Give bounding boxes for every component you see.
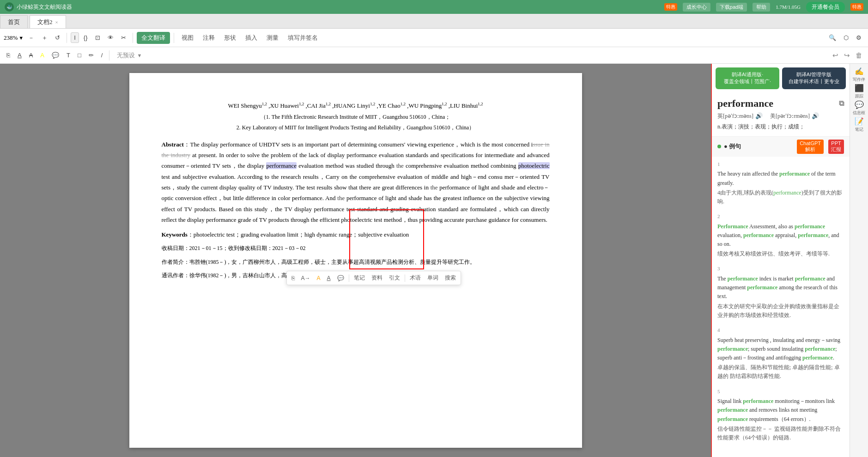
example-2: 2 Performance Assessment, also as perfor…	[717, 213, 844, 258]
phonetic-us[interactable]: 美[pərˈfɔːrməns] 🔊	[770, 112, 819, 120]
highlight-color-btn[interactable]: A	[37, 50, 47, 60]
clear-btn[interactable]: 🗑	[854, 50, 864, 60]
float-term-label: 术语	[408, 273, 423, 283]
speaker-us-icon[interactable]: 🔊	[812, 112, 819, 120]
sep2	[133, 33, 133, 43]
green-dot-icon	[717, 145, 721, 148]
dict-header: performance ⧉ 英[pəˈfɔːməns] 🔊 美[pərˈfɔːr…	[712, 93, 850, 137]
eye-tool[interactable]: 👁	[105, 33, 116, 43]
view-nav-btn[interactable]: 视图	[178, 33, 197, 43]
vip-badge: 特惠	[664, 3, 677, 11]
search-btn[interactable]: 🔍	[826, 33, 839, 43]
affiliation1: （1. The Fifth Electronic Research Instit…	[162, 113, 550, 122]
sep1	[67, 33, 67, 43]
reset-btn[interactable]: ↺	[52, 33, 63, 43]
fit-tool[interactable]: ⊡	[92, 33, 103, 43]
download-pad-btn[interactable]: 下载pad端	[716, 3, 747, 12]
float-copy-btn[interactable]: ⎘	[290, 274, 297, 282]
insert-nav-btn[interactable]: 插入	[242, 33, 261, 43]
floating-toolbar[interactable]: ⎘ A→ A A 💬 笔记 资料 引文 术语 单词 搜索	[286, 271, 461, 285]
float-sep2	[405, 274, 405, 282]
undo-redo-group: ↩ ↪ 🗑	[831, 50, 864, 61]
pdf-area[interactable]: WEI Shengyu1,2 ,XU Huawei1,2 ,CAI Jia1,2…	[0, 64, 711, 457]
comment-btn[interactable]: 💬	[49, 50, 62, 60]
ai-general-btn[interactable]: 鹞译AI通用版· 覆盖全领域丨范围广·	[716, 67, 779, 89]
float-cite-btn[interactable]: 引文	[387, 273, 402, 283]
settings-btn[interactable]: ⚙	[853, 33, 864, 43]
zoom-dropdown-icon[interactable]: ▼	[18, 35, 24, 41]
float-material-btn[interactable]: 资料	[370, 273, 384, 283]
float-color-btn[interactable]: A	[315, 274, 322, 282]
authors: WEI Shengyu1,2 ,XU Huawei1,2 ,CAI Jia1,2…	[162, 101, 550, 111]
zoom-out-btn[interactable]: －	[25, 32, 37, 43]
sep3	[174, 33, 174, 43]
fill-sign-nav-btn[interactable]: 填写并签名	[284, 33, 322, 43]
eraser-btn[interactable]: /	[98, 50, 106, 60]
growth-center-btn[interactable]: 成长中心	[683, 3, 710, 12]
main-toolbar: 238% ▼ － ＋ ↺ I {} ⊡ 👁 ✂ 全文翻译 视图 注释 形状 插入…	[0, 29, 868, 47]
cursor-tool[interactable]: I	[71, 32, 79, 43]
text-btn[interactable]: T	[64, 50, 73, 60]
example-3: 3 The performance index is market perfor…	[717, 265, 844, 320]
float-highlight-btn[interactable]: A	[325, 274, 333, 282]
share-btn[interactable]: ⬡	[841, 33, 851, 43]
shape-nav-btn[interactable]: 形状	[220, 33, 240, 43]
help-btn[interactable]: 帮助	[753, 3, 770, 12]
example-1: 1 The heavy rain affected the performanc…	[717, 160, 844, 206]
chatgpt-btn[interactable]: ChatGPT 解析	[797, 140, 824, 154]
zoom-value: 238%	[4, 34, 18, 42]
float-note-btn[interactable]: 笔记	[352, 273, 367, 283]
dict-word: performance ⧉	[717, 97, 844, 110]
tab-home[interactable]: 首页	[0, 15, 28, 28]
phonetic-uk[interactable]: 英[pəˈfɔːməns] 🔊	[717, 112, 763, 120]
examples-header: ● 例句 ChatGPT 解析 PPT 汇报	[712, 137, 850, 157]
traffic-display: 1.7M/1.05G	[776, 4, 801, 10]
info-box-btn[interactable]: 💬 信息框	[852, 101, 867, 116]
keywords-section: Keywords：photoelectric test；grading eval…	[162, 229, 550, 240]
tab-doc[interactable]: 文档2 ×	[30, 15, 66, 28]
vip2-badge: 特惠	[850, 3, 863, 11]
speaker-uk-icon[interactable]: 🔊	[755, 112, 763, 120]
scissors-tool[interactable]: ✂	[118, 33, 129, 43]
bracket-tool[interactable]: {}	[81, 33, 91, 43]
tab-close-btn[interactable]: ×	[55, 19, 58, 25]
pencil-btn[interactable]: ✏	[86, 50, 97, 60]
main-layout: WEI Shengyu1,2 ,XU Huawei1,2 ,CAI Jia1,2…	[0, 64, 868, 457]
float-sep	[349, 274, 349, 282]
undo-btn[interactable]: ↩	[831, 50, 840, 61]
annotate-nav-btn[interactable]: 注释	[199, 33, 219, 43]
writing-icon: ✍	[855, 67, 864, 76]
writing-companion-btn[interactable]: ✍ 写作伴	[852, 67, 867, 82]
ai-buttons-area: 鹞译AI通用版· 覆盖全领域丨范围广· 鹞译AI管理学版 自建学科术语丨更专业	[712, 64, 850, 93]
float-word-label: 单词	[425, 273, 440, 283]
info-icon: 💬	[855, 100, 864, 109]
notes-icon: 📝	[855, 117, 864, 126]
rect-btn[interactable]: □	[75, 50, 84, 60]
dict-copy-icon[interactable]: ⧉	[839, 99, 844, 108]
title-bar-left: 🐳 小绿鲸英文文献阅读器	[5, 2, 72, 12]
track-btn[interactable]: ⬛ 跟踪	[852, 84, 867, 99]
float-comment-btn[interactable]: 💬	[335, 274, 346, 282]
measure-nav-btn[interactable]: 测量	[263, 33, 282, 43]
ai-management-btn[interactable]: 鹞译AI管理学版 自建学科术语丨更专业	[782, 67, 846, 89]
preset-label: 无预设 ▼	[113, 51, 146, 60]
meta-author: 作者简介：韦胜锉(1985－)，女，广西柳州市人，高级工程师，硕士，主要从事超高…	[162, 257, 550, 268]
underline-btn[interactable]: A	[15, 50, 24, 60]
example-5: 5 Signal link performance monitoring－mon…	[717, 388, 844, 443]
ppt-btn[interactable]: PPT 汇报	[828, 140, 844, 154]
tab-bar: 首页 文档2 ×	[0, 14, 868, 29]
annotation-toolbar: ⎘ A A A 💬 T □ ✏ / 无预设 ▼ ↩ ↪ 🗑	[0, 47, 868, 64]
copy-format-btn[interactable]: ⎘	[4, 50, 13, 60]
example-4: 4 Superb heat preserving , insulating an…	[717, 326, 844, 381]
float-translate-btn[interactable]: A→	[299, 274, 312, 282]
zoom-control: 238% ▼	[4, 34, 24, 42]
dict-definition: n.表演；演技；表现；执行；成绩；	[717, 123, 844, 134]
notes-btn[interactable]: 📝 笔记	[852, 117, 867, 132]
redo-btn[interactable]: ↪	[842, 50, 852, 61]
strikethrough-btn[interactable]: A	[26, 50, 36, 60]
app-logo: 🐳	[5, 2, 14, 12]
open-session-btn[interactable]: 开通餐会员	[806, 2, 845, 12]
track-icon: ⬛	[855, 84, 864, 92]
zoom-in-btn[interactable]: ＋	[39, 32, 50, 43]
full-translate-btn[interactable]: 全文翻译	[137, 32, 170, 44]
